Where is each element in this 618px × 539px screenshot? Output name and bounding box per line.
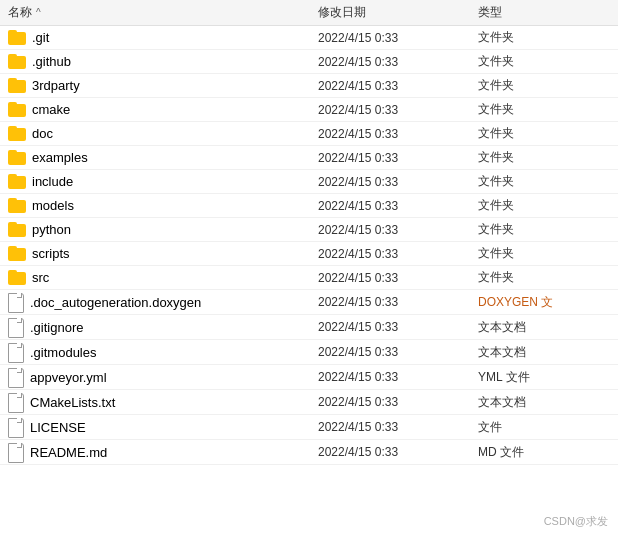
file-date-cell: 2022/4/15 0:33 (318, 295, 478, 309)
file-name-cell: scripts (8, 246, 318, 261)
file-name-cell: README.md (8, 443, 318, 461)
file-type-cell: 文件夹 (478, 53, 598, 70)
file-name-text: scripts (32, 246, 70, 261)
file-date-cell: 2022/4/15 0:33 (318, 420, 478, 434)
table-row[interactable]: python2022/4/15 0:33文件夹 (0, 218, 618, 242)
file-type-cell: 文件夹 (478, 101, 598, 118)
file-type-cell: MD 文件 (478, 444, 598, 461)
file-date-cell: 2022/4/15 0:33 (318, 271, 478, 285)
file-name-cell: .doc_autogeneration.doxygen (8, 293, 318, 311)
file-type-cell: 文件夹 (478, 149, 598, 166)
file-name-cell: include (8, 174, 318, 189)
folder-icon (8, 126, 26, 141)
header-date[interactable]: 修改日期 (318, 4, 478, 21)
table-row[interactable]: .gitmodules2022/4/15 0:33文本文档 (0, 340, 618, 365)
file-name-text: doc (32, 126, 53, 141)
table-row[interactable]: doc2022/4/15 0:33文件夹 (0, 122, 618, 146)
file-name-text: examples (32, 150, 88, 165)
file-icon (8, 318, 24, 336)
file-name-text: .git (32, 30, 49, 45)
file-name-cell: examples (8, 150, 318, 165)
file-name-text: .gitmodules (30, 345, 96, 360)
file-type-cell: 文本文档 (478, 344, 598, 361)
folder-icon (8, 54, 26, 69)
header-name-label: 名称 (8, 4, 32, 21)
file-name-text: cmake (32, 102, 70, 117)
file-name-text: appveyor.yml (30, 370, 107, 385)
file-date-cell: 2022/4/15 0:33 (318, 127, 478, 141)
file-type-cell: 文件夹 (478, 29, 598, 46)
file-type-cell: 文件夹 (478, 197, 598, 214)
header-name[interactable]: 名称 ^ (8, 4, 318, 21)
file-name-text: src (32, 270, 49, 285)
table-row[interactable]: CMakeLists.txt2022/4/15 0:33文本文档 (0, 390, 618, 415)
folder-icon (8, 198, 26, 213)
file-list: 名称 ^ 修改日期 类型 .git2022/4/15 0:33文件夹.githu… (0, 0, 618, 465)
header-type[interactable]: 类型 (478, 4, 598, 21)
table-row[interactable]: cmake2022/4/15 0:33文件夹 (0, 98, 618, 122)
table-row[interactable]: include2022/4/15 0:33文件夹 (0, 170, 618, 194)
file-name-text: .github (32, 54, 71, 69)
table-header: 名称 ^ 修改日期 类型 (0, 0, 618, 26)
folder-icon (8, 102, 26, 117)
table-row[interactable]: models2022/4/15 0:33文件夹 (0, 194, 618, 218)
file-type-cell: 文件 (478, 419, 598, 436)
file-name-text: .gitignore (30, 320, 83, 335)
file-date-cell: 2022/4/15 0:33 (318, 103, 478, 117)
table-row[interactable]: .gitignore2022/4/15 0:33文本文档 (0, 315, 618, 340)
file-type-cell: 文件夹 (478, 245, 598, 262)
file-name-cell: 3rdparty (8, 78, 318, 93)
table-row[interactable]: 3rdparty2022/4/15 0:33文件夹 (0, 74, 618, 98)
table-row[interactable]: examples2022/4/15 0:33文件夹 (0, 146, 618, 170)
file-icon (8, 443, 24, 461)
file-date-cell: 2022/4/15 0:33 (318, 370, 478, 384)
file-rows-container: .git2022/4/15 0:33文件夹.github2022/4/15 0:… (0, 26, 618, 465)
table-row[interactable]: .github2022/4/15 0:33文件夹 (0, 50, 618, 74)
file-name-cell: src (8, 270, 318, 285)
file-date-cell: 2022/4/15 0:33 (318, 199, 478, 213)
sort-indicator: ^ (36, 7, 41, 18)
table-row[interactable]: .git2022/4/15 0:33文件夹 (0, 26, 618, 50)
file-type-cell: 文本文档 (478, 394, 598, 411)
table-row[interactable]: scripts2022/4/15 0:33文件夹 (0, 242, 618, 266)
file-date-cell: 2022/4/15 0:33 (318, 395, 478, 409)
file-icon (8, 343, 24, 361)
folder-icon (8, 246, 26, 261)
file-date-cell: 2022/4/15 0:33 (318, 345, 478, 359)
file-type-cell: DOXYGEN 文 (478, 294, 598, 311)
file-date-cell: 2022/4/15 0:33 (318, 223, 478, 237)
file-name-text: CMakeLists.txt (30, 395, 115, 410)
file-date-cell: 2022/4/15 0:33 (318, 445, 478, 459)
file-type-cell: 文本文档 (478, 319, 598, 336)
folder-icon (8, 270, 26, 285)
file-date-cell: 2022/4/15 0:33 (318, 55, 478, 69)
file-name-text: 3rdparty (32, 78, 80, 93)
file-type-cell: 文件夹 (478, 173, 598, 190)
table-row[interactable]: README.md2022/4/15 0:33MD 文件 (0, 440, 618, 465)
file-date-cell: 2022/4/15 0:33 (318, 175, 478, 189)
folder-icon (8, 150, 26, 165)
file-name-text: models (32, 198, 74, 213)
header-type-label: 类型 (478, 5, 502, 19)
file-type-cell: 文件夹 (478, 269, 598, 286)
header-date-label: 修改日期 (318, 5, 366, 19)
file-name-cell: cmake (8, 102, 318, 117)
file-icon (8, 393, 24, 411)
file-name-cell: .git (8, 30, 318, 45)
file-icon (8, 368, 24, 386)
folder-icon (8, 174, 26, 189)
file-name-cell: LICENSE (8, 418, 318, 436)
file-name-cell: .gitignore (8, 318, 318, 336)
table-row[interactable]: src2022/4/15 0:33文件夹 (0, 266, 618, 290)
table-row[interactable]: appveyor.yml2022/4/15 0:33YML 文件 (0, 365, 618, 390)
table-row[interactable]: .doc_autogeneration.doxygen2022/4/15 0:3… (0, 290, 618, 315)
folder-icon (8, 222, 26, 237)
watermark: CSDN@求发 (544, 514, 608, 529)
folder-icon (8, 30, 26, 45)
file-name-text: LICENSE (30, 420, 86, 435)
file-name-text: python (32, 222, 71, 237)
file-date-cell: 2022/4/15 0:33 (318, 79, 478, 93)
table-row[interactable]: LICENSE2022/4/15 0:33文件 (0, 415, 618, 440)
file-name-cell: python (8, 222, 318, 237)
file-type-cell: 文件夹 (478, 77, 598, 94)
